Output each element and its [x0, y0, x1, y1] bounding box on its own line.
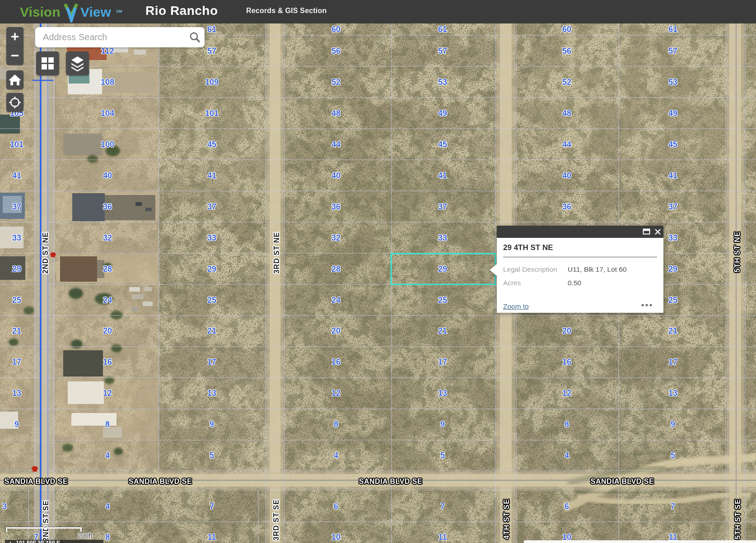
- svg-text:View: View: [80, 5, 111, 19]
- svg-text:SM: SM: [116, 9, 122, 14]
- svg-text:Vision: Vision: [20, 5, 60, 19]
